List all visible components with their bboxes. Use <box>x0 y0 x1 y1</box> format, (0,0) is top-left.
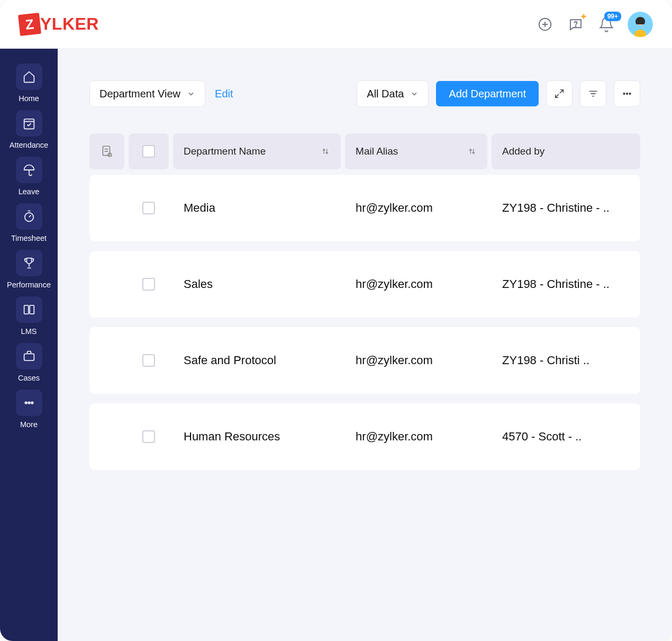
home-icon <box>16 64 42 90</box>
sidebar-label: Home <box>19 94 39 103</box>
svg-point-3 <box>575 26 576 26</box>
svg-rect-15 <box>30 305 34 314</box>
svg-point-25 <box>629 93 631 95</box>
main-content: Department View Edit All Data Add Depart… <box>58 49 672 641</box>
edit-link[interactable]: Edit <box>215 88 233 100</box>
more-horizontal-icon <box>621 88 633 100</box>
chevron-down-icon <box>187 89 195 98</box>
sidebar-item-leave[interactable]: Leave <box>0 157 58 196</box>
trophy-icon <box>16 250 42 276</box>
cell-department: Human Resources <box>173 430 341 444</box>
view-dropdown-label: Department View <box>99 88 180 100</box>
svg-point-23 <box>623 93 625 95</box>
cell-added-by: ZY198 - Christine - .. <box>492 277 640 291</box>
timer-icon <box>16 203 42 230</box>
sidebar-item-home[interactable]: Home <box>0 64 58 103</box>
th-label: Added by <box>502 146 544 157</box>
expand-button[interactable] <box>546 80 573 107</box>
sidebar-label: More <box>20 420 38 429</box>
table-header: Department Name Mail Alias Added by <box>89 133 640 169</box>
logo-badge: Z <box>18 13 41 36</box>
table-row[interactable]: Human Resources hr@zylker.com 4570 - Sco… <box>89 403 640 470</box>
svg-point-17 <box>25 402 27 404</box>
cell-added-by: 4570 - Scott - .. <box>492 430 640 444</box>
svg-rect-6 <box>24 119 34 129</box>
sort-icon <box>321 147 330 156</box>
cell-mail: hr@zylker.com <box>345 277 487 291</box>
sidebar-item-more[interactable]: More <box>0 390 58 429</box>
sidebar-item-attendance[interactable]: Attendance <box>0 110 58 149</box>
th-label: Department Name <box>184 146 266 157</box>
sidebar-label: Cases <box>18 374 40 382</box>
svg-point-19 <box>31 402 33 404</box>
data-filter-dropdown[interactable]: All Data <box>357 80 429 107</box>
th-select-all[interactable] <box>129 133 169 169</box>
app-header: Z YLKER 99+ <box>0 0 672 49</box>
svg-point-9 <box>24 213 33 221</box>
select-all-checkbox[interactable] <box>142 145 155 158</box>
sort-icon <box>467 147 477 156</box>
umbrella-icon <box>16 157 42 183</box>
sidebar-label: Leave <box>19 187 40 196</box>
sidebar-label: LMS <box>21 327 37 336</box>
toolbar: Department View Edit All Data Add Depart… <box>89 80 640 107</box>
sidebar-item-performance[interactable]: Performance <box>0 250 58 289</box>
cell-added-by: ZY198 - Christine - .. <box>492 201 640 215</box>
th-mail-alias[interactable]: Mail Alias <box>345 133 487 169</box>
filter-button[interactable] <box>580 80 606 107</box>
svg-point-18 <box>28 402 30 404</box>
chevron-down-icon <box>410 89 419 98</box>
cell-mail: hr@zylker.com <box>345 354 487 367</box>
svg-rect-14 <box>24 305 28 314</box>
table-row[interactable]: Safe and Protocol hr@zylker.com ZY198 - … <box>89 327 640 394</box>
more-icon <box>16 390 42 416</box>
cell-department: Sales <box>173 277 341 291</box>
sidebar-label: Timesheet <box>11 234 47 242</box>
cell-added-by: ZY198 - Christi .. <box>492 354 640 367</box>
user-avatar[interactable] <box>628 12 653 37</box>
sidebar-item-cases[interactable]: Cases <box>0 343 58 382</box>
cell-mail: hr@zylker.com <box>345 201 487 215</box>
cell-mail: hr@zylker.com <box>345 430 487 444</box>
th-report-icon[interactable] <box>89 133 124 169</box>
sidebar-item-lms[interactable]: LMS <box>0 296 58 336</box>
row-checkbox[interactable] <box>142 202 155 214</box>
svg-line-10 <box>29 215 31 218</box>
logo[interactable]: Z YLKER <box>19 14 99 35</box>
calendar-check-icon <box>16 110 42 137</box>
header-actions: 99+ <box>535 12 653 37</box>
sidebar-item-timesheet[interactable]: Timesheet <box>0 203 58 242</box>
notifications-icon[interactable]: 99+ <box>597 15 616 34</box>
sidebar-label: Performance <box>7 281 51 289</box>
logo-text: YLKER <box>40 14 99 34</box>
row-checkbox[interactable] <box>142 430 155 443</box>
view-dropdown[interactable]: Department View <box>89 80 205 107</box>
sidebar-label: Attendance <box>10 141 48 149</box>
book-icon <box>16 296 42 323</box>
expand-icon <box>553 88 565 100</box>
help-icon[interactable] <box>566 15 585 34</box>
cell-department: Media <box>173 201 341 215</box>
svg-rect-16 <box>24 354 34 360</box>
th-department-name[interactable]: Department Name <box>173 133 341 169</box>
table-row[interactable]: Sales hr@zylker.com ZY198 - Christine - … <box>89 251 640 318</box>
briefcase-icon <box>16 343 42 369</box>
svg-point-24 <box>626 93 628 95</box>
report-icon <box>100 144 114 159</box>
th-added-by[interactable]: Added by <box>492 133 640 169</box>
data-filter-label: All Data <box>367 88 404 100</box>
row-checkbox[interactable] <box>142 278 155 291</box>
notification-badge: 99+ <box>604 12 621 21</box>
cell-department: Safe and Protocol <box>173 354 341 367</box>
row-checkbox[interactable] <box>142 354 155 367</box>
add-department-button[interactable]: Add Department <box>436 81 539 106</box>
sidebar: Home Attendance Leave Timesheet Performa… <box>0 49 58 641</box>
filter-icon <box>587 88 599 100</box>
more-options-button[interactable] <box>614 80 640 107</box>
add-icon[interactable] <box>535 15 555 34</box>
th-label: Mail Alias <box>356 146 398 157</box>
table-row[interactable]: Media hr@zylker.com ZY198 - Christine - … <box>89 175 640 241</box>
